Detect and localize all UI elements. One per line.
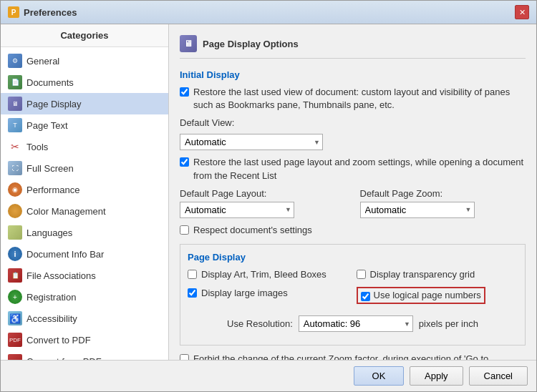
general-icon: ⚙ xyxy=(8,54,22,68)
display-large-images-text: Display large images xyxy=(201,287,288,300)
display-transparency-checkbox[interactable] xyxy=(357,270,366,279)
restore-last-view-checkbox[interactable] xyxy=(180,87,189,97)
pagedisplay-icon: 🖥 xyxy=(8,97,22,111)
colormanagement-icon xyxy=(8,204,22,218)
default-page-zoom-select[interactable]: Automatic xyxy=(360,202,475,218)
default-view-wrapper: Automatic xyxy=(180,134,323,150)
dialog-title: Preferences xyxy=(24,7,77,18)
initial-display-label: Initial Display xyxy=(180,69,526,80)
display-large-images-row: Display large images xyxy=(188,287,349,300)
resolution-row: Use Resolution: Automatic: 96 pixels per… xyxy=(188,315,518,332)
sidebar-item-tools[interactable]: ✂ Tools xyxy=(1,136,168,157)
main-panel: 🖥 Page Display Options Initial Display R… xyxy=(169,24,536,360)
sidebar-item-fullscreen[interactable]: ⛶ Full Screen xyxy=(1,157,168,179)
restore-page-layout-text: Restore the last used page layout and zo… xyxy=(193,156,526,182)
sidebar-list: ⚙ General 📄 Documents 🖥 Page Display T P… xyxy=(1,47,168,360)
sidebar-item-performance[interactable]: ◉ Performance xyxy=(1,179,168,200)
close-button[interactable]: ✕ xyxy=(515,5,529,19)
right-checks: Display transparency grid Use logical pa… xyxy=(357,268,518,310)
docinfo-icon: i xyxy=(8,247,22,261)
sidebar-item-pagedisplay[interactable]: 🖥 Page Display xyxy=(1,93,168,114)
sidebar-label-documents: Documents xyxy=(26,77,74,88)
sidebar-label-tools: Tools xyxy=(26,142,48,152)
display-transparency-row: Display transparency grid xyxy=(357,268,518,281)
sidebar-label-colormanagement: Color Management xyxy=(26,206,106,217)
sidebar-label-accessibility: Accessibility xyxy=(26,313,77,324)
layout-col: Default Page Layout: Automatic xyxy=(180,188,346,218)
sidebar-item-fileassoc[interactable]: 📋 File Associations xyxy=(1,265,168,286)
app-icon: P xyxy=(8,6,19,18)
use-logical-page-text: Use logical page numbers xyxy=(374,289,481,302)
resolution-select-wrapper: Automatic: 96 xyxy=(299,315,413,332)
use-resolution-label: Use Resolution: xyxy=(227,318,293,329)
apply-button[interactable]: Apply xyxy=(410,366,463,386)
use-logical-page-checkbox[interactable] xyxy=(361,292,370,301)
default-view-label: Default View: xyxy=(180,117,234,128)
display-art-trim-checkbox[interactable] xyxy=(188,270,197,279)
display-art-trim-text: Display Art, Trim, Bleed Boxes xyxy=(201,268,326,281)
display-transparency-text: Display transparency grid xyxy=(370,268,475,281)
layout-zoom-row: Default Page Layout: Automatic Default P… xyxy=(180,188,526,218)
sidebar-title: Categories xyxy=(1,24,168,47)
ok-button[interactable]: OK xyxy=(354,366,404,386)
forbid-zoom-checkbox[interactable] xyxy=(180,354,189,360)
restore-last-view-text: Restore the last used view of document: … xyxy=(193,86,526,112)
default-page-zoom-label: Default Page Zoom: xyxy=(360,188,526,199)
respect-document-row: Respect document's settings xyxy=(180,224,526,237)
sidebar-item-docinfo[interactable]: i Document Info Bar xyxy=(1,243,168,265)
performance-icon: ◉ xyxy=(8,182,22,197)
resolution-select[interactable]: Automatic: 96 xyxy=(299,315,413,332)
respect-document-text: Respect document's settings xyxy=(193,224,312,237)
page-display-section: Page Display Display Art, Trim, Bleed Bo… xyxy=(180,244,526,346)
convertfrompdf-icon: PDF xyxy=(8,354,22,360)
sidebar-label-fileassoc: File Associations xyxy=(26,270,96,281)
page-display-section-label: Page Display xyxy=(188,252,518,263)
restore-last-view-row: Restore the last used view of document: … xyxy=(180,86,526,112)
panel-icon: 🖥 xyxy=(180,35,197,52)
sidebar-label-fullscreen: Full Screen xyxy=(26,163,74,174)
default-page-layout-select[interactable]: Automatic xyxy=(180,202,294,218)
sidebar-label-docinfo: Document Info Bar xyxy=(26,249,104,260)
sidebar-item-colormanagement[interactable]: Color Management xyxy=(1,200,168,222)
sidebar-item-general[interactable]: ⚙ General xyxy=(1,50,168,72)
forbid-zoom-row: Forbid the change of the current Zoom fa… xyxy=(180,353,526,360)
content-area: Categories ⚙ General 📄 Documents 🖥 Page … xyxy=(1,24,536,360)
default-page-layout-label: Default Page Layout: xyxy=(180,188,346,199)
sidebar-item-converttopdf[interactable]: PDF Convert to PDF xyxy=(1,329,168,351)
default-view-select[interactable]: Automatic xyxy=(180,134,323,150)
fileassoc-icon: 📋 xyxy=(8,268,22,283)
title-bar: P Preferences ✕ xyxy=(1,1,536,24)
panel-title-row: 🖥 Page Display Options xyxy=(180,35,526,59)
sidebar-label-languages: Languages xyxy=(26,227,72,238)
pixels-per-inch-label: pixels per inch xyxy=(419,318,478,329)
languages-icon xyxy=(8,225,22,240)
cancel-button[interactable]: Cancel xyxy=(469,366,528,386)
use-logical-page-highlight: Use logical page numbers xyxy=(357,287,485,304)
forbid-zoom-text: Forbid the change of the current Zoom fa… xyxy=(193,353,526,360)
left-checks: Display Art, Trim, Bleed Boxes Display l… xyxy=(188,268,349,310)
layout-select-wrapper: Automatic xyxy=(180,202,294,218)
zoom-select-wrapper: Automatic xyxy=(360,202,475,218)
default-view-row: Default View: xyxy=(180,117,526,128)
bottom-buttons: OK Apply Cancel xyxy=(1,360,536,391)
display-large-images-checkbox[interactable] xyxy=(188,288,197,298)
sidebar-label-registration: Registration xyxy=(26,292,76,303)
sidebar-item-registration[interactable]: + Registration xyxy=(1,286,168,308)
sidebar-item-accessibility[interactable]: ♿ Accessibility xyxy=(1,308,168,329)
sidebar-item-pagetext[interactable]: T Page Text xyxy=(1,114,168,136)
preferences-dialog: P Preferences ✕ Categories ⚙ General 📄 D… xyxy=(0,0,537,392)
respect-document-checkbox[interactable] xyxy=(180,225,189,235)
sidebar: Categories ⚙ General 📄 Documents 🖥 Page … xyxy=(1,24,169,360)
sidebar-label-converttopdf: Convert to PDF xyxy=(26,335,91,346)
checkboxes-area: Display Art, Trim, Bleed Boxes Display l… xyxy=(188,268,518,310)
sidebar-item-languages[interactable]: Languages xyxy=(1,222,168,243)
default-view-select-row: Automatic xyxy=(180,134,526,150)
restore-page-layout-row: Restore the last used page layout and zo… xyxy=(180,156,526,182)
sidebar-item-documents[interactable]: 📄 Documents xyxy=(1,72,168,93)
display-art-trim-row: Display Art, Trim, Bleed Boxes xyxy=(188,268,349,281)
title-bar-left: P Preferences xyxy=(8,6,77,18)
panel-title: Page Display Options xyxy=(203,39,299,49)
sidebar-label-performance: Performance xyxy=(26,185,79,195)
sidebar-item-convertfrompdf[interactable]: PDF Convert from PDF xyxy=(1,351,168,360)
restore-page-layout-checkbox[interactable] xyxy=(180,157,189,167)
